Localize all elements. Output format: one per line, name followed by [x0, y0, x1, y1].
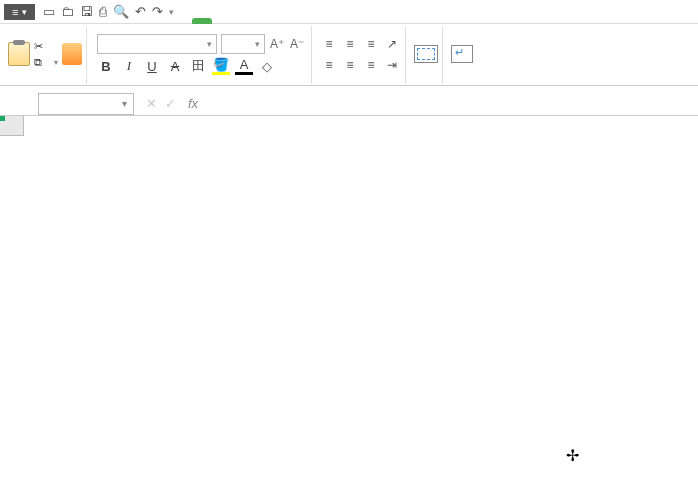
- tab-review[interactable]: [292, 18, 312, 24]
- align-middle-icon[interactable]: ≡: [341, 35, 359, 53]
- chevron-down-icon: ▾: [207, 39, 212, 49]
- file-menu-button[interactable]: ≡ ▾: [4, 4, 35, 20]
- fx-icon[interactable]: fx: [184, 96, 198, 111]
- chevron-down-icon: ▾: [255, 39, 260, 49]
- tab-dev[interactable]: [332, 18, 352, 24]
- paste-button[interactable]: [8, 42, 30, 67]
- clipboard-group: ✂ ⧉▾: [4, 26, 87, 84]
- tab-page-layout[interactable]: [232, 18, 252, 24]
- font-color-button[interactable]: A: [235, 57, 253, 75]
- orientation-icon[interactable]: ↗: [383, 35, 401, 53]
- fill-color-button[interactable]: 🪣: [212, 57, 230, 75]
- qat-open-icon[interactable]: 🗀: [61, 4, 74, 19]
- clear-format-button[interactable]: ◇: [258, 57, 276, 75]
- tab-data[interactable]: [272, 18, 292, 24]
- tab-formulas[interactable]: [252, 18, 272, 24]
- qat-preview-icon[interactable]: 🔍: [113, 4, 129, 19]
- indent-icon[interactable]: ⇥: [383, 56, 401, 74]
- italic-button[interactable]: I: [120, 57, 138, 75]
- menubar: ≡ ▾ ▭ 🗀 🖫 ⎙ 🔍 ↶ ↷ ▾: [0, 0, 698, 24]
- qat-undo-icon[interactable]: ↶: [135, 4, 146, 19]
- increase-font-button[interactable]: A⁺: [269, 36, 285, 52]
- cut-button[interactable]: ✂: [34, 40, 58, 54]
- merge-group[interactable]: [410, 26, 443, 84]
- scissors-icon: ✂: [34, 40, 48, 54]
- qat-new-icon[interactable]: ▭: [43, 4, 55, 19]
- qat-save-icon[interactable]: 🖫: [80, 4, 93, 19]
- align-group: ≡ ≡ ≡ ↗ ≡ ≡ ≡ ⇥: [316, 26, 406, 84]
- copy-button[interactable]: ⧉▾: [34, 56, 58, 70]
- formula-bar-region: ▾ ✕ ✓ fx: [0, 92, 698, 116]
- align-right-icon[interactable]: ≡: [362, 56, 380, 74]
- spreadsheet-grid[interactable]: ✢: [0, 116, 698, 496]
- bold-button[interactable]: B: [97, 57, 115, 75]
- formula-input[interactable]: [198, 94, 698, 114]
- tab-view[interactable]: [312, 18, 332, 24]
- wrap-icon: [451, 45, 473, 63]
- tab-insert[interactable]: [212, 18, 232, 24]
- align-left-icon[interactable]: ≡: [320, 56, 338, 74]
- fb-confirm-icon[interactable]: ✓: [165, 96, 176, 111]
- cursor-icon: ✢: [566, 446, 579, 465]
- qat-print-icon[interactable]: ⎙: [99, 4, 107, 19]
- quick-access-toolbar: ▭ 🗀 🖫 ⎙ 🔍 ↶ ↷ ▾: [37, 4, 180, 19]
- copy-icon: ⧉: [34, 56, 48, 70]
- chevron-down-icon: ▾: [54, 58, 58, 67]
- chevron-down-icon: ▾: [122, 98, 127, 109]
- menu-icon: ≡: [12, 6, 18, 18]
- ribbon-tabs: [192, 0, 352, 24]
- format-painter-button[interactable]: [62, 43, 82, 66]
- chevron-down-icon: ▾: [22, 7, 27, 17]
- align-bottom-icon[interactable]: ≡: [362, 35, 380, 53]
- qat-dd-icon[interactable]: ▾: [169, 7, 174, 17]
- underline-button[interactable]: U: [143, 57, 161, 75]
- ribbon: ✂ ⧉▾ ▾ ▾ A⁺ A⁻ B I U A 田 🪣 A ◇ ≡ ≡: [0, 24, 698, 86]
- align-top-icon[interactable]: ≡: [320, 35, 338, 53]
- borders-button[interactable]: 田: [189, 57, 207, 75]
- strikethrough-button[interactable]: A: [166, 57, 184, 75]
- merge-icon: [414, 45, 438, 63]
- font-group: ▾ ▾ A⁺ A⁻ B I U A 田 🪣 A ◇: [91, 26, 312, 84]
- fb-cancel-icon[interactable]: ✕: [146, 96, 157, 111]
- font-size-select[interactable]: ▾: [221, 34, 265, 54]
- wrap-group[interactable]: [447, 26, 477, 84]
- font-name-select[interactable]: ▾: [97, 34, 217, 54]
- decrease-font-button[interactable]: A⁻: [289, 36, 305, 52]
- brush-icon: [62, 43, 82, 65]
- select-all-corner[interactable]: [0, 116, 24, 136]
- paste-icon: [8, 42, 30, 66]
- tab-home[interactable]: [192, 18, 212, 24]
- qat-redo-icon[interactable]: ↷: [152, 4, 163, 19]
- name-box[interactable]: ▾: [38, 93, 134, 115]
- align-center-icon[interactable]: ≡: [341, 56, 359, 74]
